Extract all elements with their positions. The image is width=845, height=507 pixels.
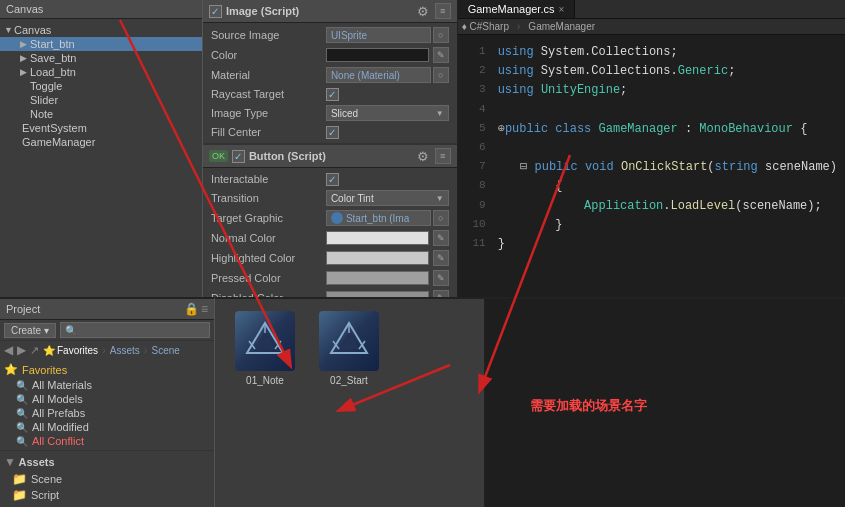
source-image-picker[interactable]: ○ <box>433 27 449 43</box>
color-swatch[interactable] <box>326 48 429 62</box>
project-toolbar: Create ▾ <box>0 320 214 341</box>
button-gear-icon[interactable]: ⚙ <box>417 149 429 164</box>
class-breadcrumb: GameManager <box>528 21 595 32</box>
fav-all-prefabs[interactable]: 🔍 All Prefabs <box>4 406 210 420</box>
code-content[interactable]: 1 using System.Collections; 2 using Syst… <box>458 35 845 297</box>
highlighted-color-picker[interactable]: ✎ <box>433 250 449 266</box>
asset-scene[interactable]: 📁 Scene <box>4 471 210 487</box>
tree-item-gamemanager[interactable]: GameManager <box>0 135 202 149</box>
normal-color-picker[interactable]: ✎ <box>433 230 449 246</box>
pressed-color-picker[interactable]: ✎ <box>433 270 449 286</box>
code-line-2: 2 using System.Collections.Generic; <box>466 62 837 81</box>
material-picker[interactable]: ○ <box>433 67 449 83</box>
highlighted-color-row: Highlighted Color ✎ <box>207 248 453 268</box>
tree-item-eventsystem[interactable]: EventSystem <box>0 121 202 135</box>
favorites-tab[interactable]: ⭐ Favorites <box>43 345 98 356</box>
source-image-row: Source Image UISprite ○ <box>207 25 453 45</box>
nav-expand-icon[interactable]: ↗ <box>30 344 39 357</box>
code-toolbar: ♦ C#Sharp › GameManager <box>458 19 845 35</box>
scene-tab[interactable]: Scene <box>151 345 179 356</box>
transition-dropdown[interactable]: Color Tint ▼ <box>326 190 449 206</box>
normal-color-value: ✎ <box>326 230 449 246</box>
source-image-field[interactable]: UISprite <box>326 27 431 43</box>
source-image-value: UISprite ○ <box>326 27 449 43</box>
project-menu-icon[interactable]: ≡ <box>201 302 208 316</box>
thumbnail-02-start[interactable]: 02_Start <box>319 311 379 386</box>
fav-all-modified[interactable]: 🔍 All Modified <box>4 420 210 434</box>
target-icon <box>331 212 343 224</box>
nav-back-icon[interactable]: ◀ <box>4 343 13 357</box>
asset-script[interactable]: 📁 Script <box>4 487 210 503</box>
code-tab-gamemanager[interactable]: GameManager.cs × <box>458 0 576 18</box>
create-button[interactable]: Create ▾ <box>4 323 56 338</box>
tree-item-note[interactable]: Note <box>0 107 202 121</box>
code-line-6: 6 <box>466 139 837 158</box>
material-field[interactable]: None (Material) <box>326 67 431 83</box>
transition-label: Transition <box>211 192 326 204</box>
code-line-9: 9 Application.LoadLevel(sceneName); <box>466 197 837 216</box>
inspector-panel: Image (Script) ⚙ ≡ Source Image UISprite… <box>203 0 458 297</box>
color-picker-icon[interactable]: ✎ <box>433 47 449 63</box>
favorites-header: ⭐ Favorites <box>4 361 210 378</box>
tree-item-canvas[interactable]: ▼ Canvas <box>0 23 202 37</box>
interactable-checkbox[interactable] <box>326 173 339 186</box>
hierarchy-header: Canvas <box>0 0 202 19</box>
transition-row: Transition Color Tint ▼ <box>207 188 453 208</box>
image-gear-icon[interactable]: ⚙ <box>417 4 429 19</box>
button-enabled-checkbox[interactable] <box>232 150 245 163</box>
project-panel: Project 🔒 ≡ Create ▾ ◀ ▶ ↗ ⭐ Fa <box>0 297 215 507</box>
image-menu-icon[interactable]: ≡ <box>435 3 451 19</box>
color-value: ✎ <box>326 47 449 63</box>
target-graphic-picker[interactable]: ○ <box>433 210 449 226</box>
raycast-row: Raycast Target <box>207 85 453 103</box>
image-type-value: Sliced ▼ <box>326 105 449 121</box>
assets-header: ▼ Assets <box>4 453 210 471</box>
button-menu-icon[interactable]: ≡ <box>435 148 451 164</box>
project-lock-icon[interactable]: 🔒 <box>184 302 199 316</box>
code-line-11: 11 } <box>466 235 837 254</box>
target-graphic-field[interactable]: Start_btn (Ima <box>326 210 431 226</box>
code-panel-bottom <box>485 297 845 507</box>
tree-item-load-btn[interactable]: ▶ Load_btn <box>0 65 202 79</box>
highlighted-color-label: Highlighted Color <box>211 252 326 264</box>
interactable-row: Interactable <box>207 170 453 188</box>
highlighted-color-value: ✎ <box>326 250 449 266</box>
nav-forward-icon[interactable]: ▶ <box>17 343 26 357</box>
fav-all-models[interactable]: 🔍 All Models <box>4 392 210 406</box>
material-value: None (Material) ○ <box>326 67 449 83</box>
code-line-1: 1 using System.Collections; <box>466 43 837 62</box>
tab-close-icon[interactable]: × <box>558 4 564 15</box>
tree-item-toggle[interactable]: Toggle <box>0 79 202 93</box>
normal-color-swatch[interactable] <box>326 231 429 245</box>
normal-color-label: Normal Color <box>211 232 326 244</box>
highlighted-color-swatch[interactable] <box>326 251 429 265</box>
thumb-label-01: 01_Note <box>246 375 284 386</box>
fav-all-conflict[interactable]: 🔍 All Conflict <box>4 434 210 448</box>
interactable-label: Interactable <box>211 173 326 185</box>
pressed-color-swatch[interactable] <box>326 271 429 285</box>
tree-item-slider[interactable]: Slider <box>0 93 202 107</box>
source-image-label: Source Image <box>211 29 326 41</box>
pressed-color-label: Pressed Color <box>211 272 326 284</box>
tree-item-save-btn[interactable]: ▶ Save_btn <box>0 51 202 65</box>
image-type-dropdown[interactable]: Sliced ▼ <box>326 105 449 121</box>
normal-color-row: Normal Color ✎ <box>207 228 453 248</box>
search-input[interactable] <box>60 322 210 338</box>
fill-center-checkbox[interactable] <box>326 126 339 139</box>
raycast-value <box>326 88 449 101</box>
code-line-10: 10 } <box>466 216 837 235</box>
raycast-checkbox[interactable] <box>326 88 339 101</box>
thumb-icon-01 <box>235 311 295 371</box>
image-enabled-checkbox[interactable] <box>209 5 222 18</box>
disabled-color-picker[interactable]: ✎ <box>433 290 449 297</box>
thumb-icon-02 <box>319 311 379 371</box>
tree-item-start-btn[interactable]: ▶ Start_btn <box>0 37 202 51</box>
code-line-5: 5 ⊕ public class GameManager : MonoBehav… <box>466 120 837 139</box>
assets-section: ▼ Assets 📁 Scene 📁 Script <box>0 450 214 505</box>
fav-all-materials[interactable]: 🔍 All Materials <box>4 378 210 392</box>
image-type-label: Image Type <box>211 107 326 119</box>
assets-tab[interactable]: Assets <box>110 345 140 356</box>
material-row: Material None (Material) ○ <box>207 65 453 85</box>
thumbnail-01-note[interactable]: 01_Note <box>235 311 295 386</box>
image-type-row: Image Type Sliced ▼ <box>207 103 453 123</box>
